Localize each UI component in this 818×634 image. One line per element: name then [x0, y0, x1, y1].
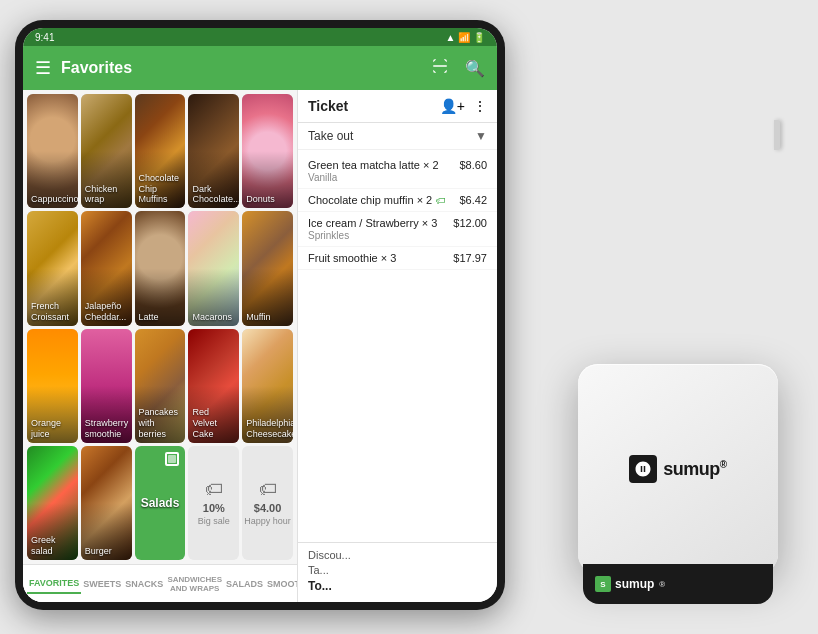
ticket-header: Ticket 👤+ ⋮	[298, 90, 497, 123]
grid-item-macarons[interactable]: Macarons	[188, 211, 239, 325]
grid-item-big-sale[interactable]: 🏷 10% Big sale	[188, 446, 239, 560]
app-header: ☰ Favorites 🔍	[23, 46, 497, 90]
grid-item-philly[interactable]: Philadelphia Cheesecake	[242, 329, 293, 443]
status-icons: ▲ 📶 🔋	[446, 32, 485, 43]
grid-item-dark-chocolate[interactable]: Dark Chocolate...	[188, 94, 239, 208]
food-grid: Cappuccino Chicken wrap	[23, 90, 297, 564]
ticket-item-choc-muffin[interactable]: Chocolate chip muffin × 2 🏷 $6.42	[298, 189, 497, 212]
grid-item-cappuccino[interactable]: Cappuccino	[27, 94, 78, 208]
page-title: Favorites	[61, 59, 415, 77]
sumup-logo-area: sumup®	[629, 455, 726, 483]
sumup-bottom-bar: S sumup ®	[583, 564, 773, 604]
tab-favorites[interactable]: FAVORITES	[27, 574, 81, 594]
grid-item-strawberry-smoothie[interactable]: Strawberry smoothie	[81, 329, 132, 443]
grid-item-chicken-wrap[interactable]: Chicken wrap	[81, 94, 132, 208]
ticket-items: Green tea matcha latte × 2 $8.60 Vanilla…	[298, 150, 497, 542]
grid-item-pancakes[interactable]: Pancakes with berries	[135, 329, 186, 443]
ticket-type-row[interactable]: Take out ▼	[298, 123, 497, 150]
scan-icon[interactable]	[431, 57, 449, 79]
grid-item-jalapeno[interactable]: Jalapeño Cheddar...	[81, 211, 132, 325]
more-options-icon[interactable]: ⋮	[473, 98, 487, 114]
sumup-logo-text: sumup®	[663, 459, 726, 480]
tablet: 9:41 ▲ 📶 🔋 ☰ Favorites 🔍	[15, 20, 505, 610]
tab-sandwiches[interactable]: SANDWICHES AND WRAPS	[165, 571, 224, 597]
ticket-type-dropdown-icon: ▼	[475, 129, 487, 143]
tax-label: Ta...	[308, 564, 329, 576]
bottom-tabs: FAVORITES SWEETS SNACKS SANDWICHES AND W…	[23, 564, 297, 602]
ticket-item-fruit-smoothie[interactable]: Fruit smoothie × 3 $17.97	[298, 247, 497, 270]
discount-tag-icon: 🏷	[436, 195, 446, 206]
add-guest-icon[interactable]: 👤+	[440, 98, 465, 114]
grid-item-french-croissant[interactable]: French Croissant	[27, 211, 78, 325]
ticket-total-row: To...	[308, 579, 487, 593]
grid-item-salads[interactable]: Salads	[135, 446, 186, 560]
ticket-item-price-fruit-smoothie: $17.97	[453, 252, 487, 264]
grid-item-orange-juice[interactable]: Orange juice	[27, 329, 78, 443]
grid-item-greek-salad[interactable]: Greek salad	[27, 446, 78, 560]
grid-item-happy-hour[interactable]: 🏷 $4.00 Happy hour	[242, 446, 293, 560]
ticket-item-name-ice-cream: Ice cream / Strawberry × 3	[308, 217, 453, 229]
ticket-title: Ticket	[308, 98, 348, 114]
total-label: To...	[308, 579, 332, 593]
ticket-item-sub-green-tea: Vanilla	[308, 172, 487, 183]
grid-item-muffin[interactable]: Muffin	[242, 211, 293, 325]
ticket-item-green-tea[interactable]: Green tea matcha latte × 2 $8.60 Vanilla	[298, 154, 497, 189]
status-time: 9:41	[35, 32, 54, 43]
tab-snacks[interactable]: SNACKS	[123, 575, 165, 593]
discount-label: Discou...	[308, 549, 351, 561]
ticket-item-price-green-tea: $8.60	[459, 159, 487, 171]
ticket-item-price-ice-cream: $12.00	[453, 217, 487, 229]
grid-item-burger[interactable]: Burger	[81, 446, 132, 560]
ticket-item-name-green-tea: Green tea matcha latte × 2	[308, 159, 459, 171]
ticket-discount-row: Discou...	[308, 549, 487, 561]
grid-item-choc-muffins[interactable]: Chocolate Chip Muffins	[135, 94, 186, 208]
sumup-bottom-logo: S sumup ®	[595, 576, 665, 592]
search-icon[interactable]: 🔍	[465, 59, 485, 78]
sumup-logo-icon	[629, 455, 657, 483]
sumup-device: sumup®	[578, 364, 778, 574]
grid-item-donuts[interactable]: Donuts	[242, 94, 293, 208]
ticket-item-name-choc-muffin: Chocolate chip muffin × 2 🏷	[308, 194, 459, 206]
ticket-item-price-choc-muffin: $6.42	[459, 194, 487, 206]
ticket-header-icons: 👤+ ⋮	[440, 98, 487, 114]
sumup-bottom-registered: ®	[659, 580, 665, 589]
ticket-type: Take out	[308, 129, 353, 143]
grid-item-red-velvet[interactable]: Red Velvet Cake	[188, 329, 239, 443]
ticket-item-ice-cream[interactable]: Ice cream / Strawberry × 3 $12.00 Sprink…	[298, 212, 497, 247]
tab-salads[interactable]: SALADS	[224, 575, 265, 593]
grid-item-latte[interactable]: Latte	[135, 211, 186, 325]
sumup-bottom-icon: S	[595, 576, 611, 592]
left-panel: Cappuccino Chicken wrap	[23, 90, 297, 602]
status-bar: 9:41 ▲ 📶 🔋	[23, 28, 497, 46]
ticket-tax-row: Ta...	[308, 564, 487, 576]
tab-sweets[interactable]: SWEETS	[81, 575, 123, 593]
ticket-footer: Discou... Ta... To...	[298, 542, 497, 602]
device-side-button	[774, 120, 780, 150]
main-content: Cappuccino Chicken wrap	[23, 90, 497, 602]
scene: 9:41 ▲ 📶 🔋 ☰ Favorites 🔍	[0, 0, 818, 634]
tablet-screen: 9:41 ▲ 📶 🔋 ☰ Favorites 🔍	[23, 28, 497, 602]
menu-icon[interactable]: ☰	[35, 57, 51, 79]
sumup-bottom-text: sumup	[615, 577, 654, 591]
ticket-panel: Ticket 👤+ ⋮ Take out ▼ Green t	[297, 90, 497, 602]
tab-smoothies[interactable]: SMOOTHIES	[265, 575, 297, 593]
ticket-item-name-fruit-smoothie: Fruit smoothie × 3	[308, 252, 453, 264]
ticket-item-sub-ice-cream: Sprinkles	[308, 230, 487, 241]
